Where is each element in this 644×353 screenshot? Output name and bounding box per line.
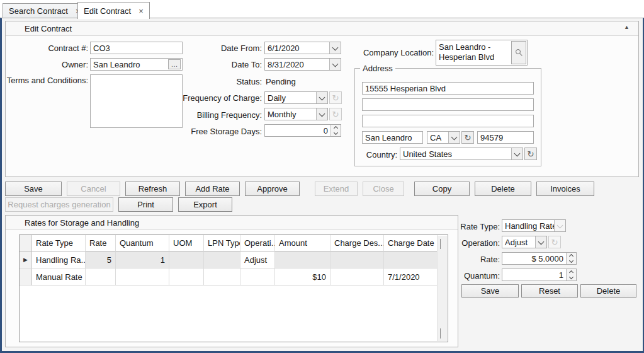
chevron-down-icon[interactable] <box>329 59 341 70</box>
cell-rate-type[interactable]: Manual Rate <box>32 269 86 286</box>
operation-combobox[interactable]: Adjust <box>502 236 547 248</box>
frequency-of-charge-combobox[interactable]: Daily <box>264 91 328 104</box>
add-rate-button[interactable]: Add Rate <box>185 182 240 196</box>
rate-spinner[interactable]: $ 5.0000 <box>502 252 577 265</box>
cell-amount[interactable]: $10 <box>275 269 330 286</box>
cell-operation[interactable] <box>240 269 275 286</box>
column-header[interactable]: Quantum <box>116 235 169 252</box>
export-button[interactable]: Export <box>178 197 232 212</box>
country-refresh-button[interactable]: ↻ <box>524 148 537 160</box>
country-combobox[interactable]: United States <box>400 148 523 160</box>
cell-charge-date[interactable]: 7/1/2020 <box>384 269 438 286</box>
column-header[interactable]: Charge Des... <box>330 235 384 252</box>
spinner-buttons[interactable] <box>566 253 576 264</box>
spinner-down-icon[interactable] <box>567 258 576 264</box>
free-storage-days-spinner[interactable]: 0 <box>264 124 341 137</box>
chevron-down-icon <box>554 220 565 231</box>
column-header[interactable]: Operati... <box>240 235 275 252</box>
group-title: Edit Contract <box>25 24 72 33</box>
spinner-up-icon[interactable] <box>567 253 576 258</box>
table-row[interactable]: Manual Rate $10 7/1/2020 <box>20 269 448 286</box>
cell-charge-description[interactable] <box>330 269 384 286</box>
address-line1-input[interactable] <box>362 82 534 95</box>
contract-number-label: Contract #: <box>4 43 88 53</box>
rate-delete-button[interactable]: Delete <box>580 284 636 298</box>
cell-rate[interactable]: 5 <box>86 252 116 269</box>
cell-uom[interactable] <box>169 269 204 286</box>
chevron-down-icon[interactable] <box>316 92 327 103</box>
date-from-combobox[interactable]: 6/1/2020 <box>264 42 341 54</box>
date-to-combobox[interactable]: 8/31/2020 <box>264 58 341 71</box>
approve-button[interactable]: Approve <box>245 182 300 196</box>
spinner-up-icon[interactable] <box>567 269 576 275</box>
scroll-down-icon[interactable] <box>440 328 441 338</box>
address-line2-input[interactable] <box>362 98 534 111</box>
collapse-icon[interactable]: ▲ <box>624 24 630 30</box>
billing-frequency-combobox[interactable]: Monthly <box>264 108 328 120</box>
spinner-up-icon[interactable] <box>331 125 341 130</box>
zip-input[interactable] <box>477 131 534 144</box>
contract-number-input[interactable] <box>90 42 183 54</box>
refresh-icon: ↻ <box>528 150 534 158</box>
copy-button[interactable]: Copy <box>414 182 470 196</box>
cell-rate-type[interactable]: Handling Ra... <box>32 252 86 269</box>
close-icon[interactable]: × <box>138 7 144 15</box>
cell-lpn-type[interactable] <box>204 252 240 269</box>
spinner-buttons[interactable] <box>566 269 576 281</box>
city-input[interactable] <box>362 131 423 144</box>
delete-button[interactable]: Delete <box>475 182 531 196</box>
column-header[interactable]: Rate Type <box>32 235 86 252</box>
quantum-spinner[interactable]: 1 <box>502 269 577 281</box>
cell-charge-date[interactable] <box>384 252 438 269</box>
spinner-down-icon[interactable] <box>331 130 341 136</box>
cell-charge-description[interactable] <box>330 252 384 269</box>
chevron-down-icon[interactable] <box>511 148 523 159</box>
company-location-search-button[interactable] <box>511 41 526 64</box>
group-title: Rates for Storage and Handling <box>25 218 139 228</box>
ellipsis-icon: … <box>171 61 178 68</box>
tab-edit-contract[interactable]: Edit Contract × <box>77 2 150 19</box>
row-header-cell[interactable]: ▶ <box>20 252 32 269</box>
column-header[interactable]: Rate <box>86 235 116 252</box>
cell-amount[interactable] <box>275 252 330 269</box>
operation-refresh-button: ↻ <box>548 236 561 248</box>
chevron-down-icon[interactable] <box>535 236 546 248</box>
tab-search-contract[interactable]: Search Contract × <box>3 3 87 18</box>
grid-corner-cell[interactable] <box>20 235 32 252</box>
chevron-down-icon[interactable] <box>329 42 341 54</box>
column-header[interactable]: Amount <box>275 235 330 252</box>
cell-uom[interactable] <box>169 252 204 269</box>
spinner-down-icon[interactable] <box>567 275 576 281</box>
owner-browse-button[interactable]: … <box>168 59 181 69</box>
rate-type-value: Handling Rate <box>502 221 554 231</box>
table-row[interactable]: ▶ Handling Ra... 5 1 Adjust <box>20 252 448 269</box>
request-charges-generation-button: Request charges generation <box>5 197 113 212</box>
column-header[interactable]: Charge Date <box>384 235 438 252</box>
rate-save-button[interactable]: Save <box>461 284 519 298</box>
cell-quantum[interactable]: 1 <box>116 252 169 269</box>
rate-value: $ 5.0000 <box>502 253 566 264</box>
state-combobox[interactable]: CA <box>427 131 460 144</box>
terms-textarea[interactable] <box>90 74 183 128</box>
save-button[interactable]: Save <box>5 182 62 196</box>
rate-label: Rate: <box>441 255 500 264</box>
row-header-cell[interactable] <box>20 269 32 286</box>
state-refresh-button[interactable]: ↻ <box>461 131 474 144</box>
refresh-button[interactable]: Refresh <box>125 182 180 196</box>
chevron-down-icon[interactable] <box>316 108 327 120</box>
date-to-value: 8/31/2020 <box>265 59 329 70</box>
column-header[interactable]: UOM <box>169 235 204 252</box>
invoices-button[interactable]: Invoices <box>536 182 594 196</box>
spinner-buttons[interactable] <box>330 125 341 136</box>
cell-rate[interactable] <box>86 269 116 286</box>
column-header[interactable]: LPN Type <box>204 235 240 252</box>
cell-quantum[interactable] <box>116 269 169 286</box>
cell-operation[interactable]: Adjust <box>240 252 275 269</box>
free-storage-days-label: Free Storage Days: <box>174 127 262 136</box>
cell-lpn-type[interactable] <box>204 269 240 286</box>
rate-reset-button[interactable]: Reset <box>521 284 578 298</box>
print-button[interactable]: Print <box>118 197 173 212</box>
address-line3-input[interactable] <box>362 115 534 127</box>
chevron-down-icon[interactable] <box>448 132 460 143</box>
vertical-scrollbar[interactable] <box>437 236 447 341</box>
